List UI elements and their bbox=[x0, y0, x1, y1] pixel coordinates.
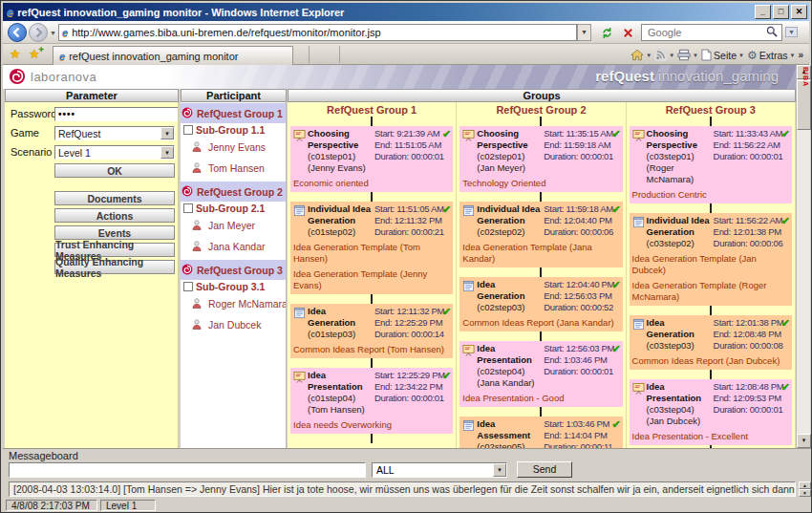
game-select[interactable]: RefQuest▼ bbox=[54, 126, 175, 140]
presentation-icon bbox=[632, 128, 645, 144]
step-code: (c02step04) bbox=[477, 366, 542, 377]
step-card[interactable]: Idea Presentation(c01step04)(Tom Hansen)… bbox=[290, 368, 453, 434]
step-owner: (Jan Dubcek) bbox=[647, 416, 712, 427]
groups-panel: RefQuest Group 1Choosing Perspective(c01… bbox=[288, 102, 796, 448]
chevron-down-icon[interactable]: ▼ bbox=[160, 146, 174, 159]
participant-group-name: RefQuest Group 3 bbox=[197, 265, 283, 276]
step-card[interactable]: Choosing Perspective(c03step01)(Roger Mc… bbox=[630, 126, 792, 203]
close-button[interactable]: ✕ bbox=[791, 5, 807, 19]
refresh-button[interactable] bbox=[597, 24, 616, 41]
step-card[interactable]: Idea Assessment(c02step05)Start: 1:03:46… bbox=[459, 417, 622, 448]
participant-member-name: Jenny Evans bbox=[208, 141, 266, 153]
tab-active[interactable]: e refQuest innovation_gaming monitor bbox=[53, 46, 293, 65]
search-options-icon[interactable]: ▼ bbox=[785, 27, 798, 37]
participant-group-header[interactable]: RefQuest Group 3 bbox=[181, 260, 286, 280]
toolbar-overflow-icon[interactable]: » bbox=[798, 50, 803, 60]
add-favorite-icon[interactable]: ★ bbox=[29, 47, 40, 61]
chevron-down-icon[interactable]: ▼ bbox=[493, 463, 506, 477]
page-menu-button[interactable]: Seite▼ bbox=[701, 49, 744, 61]
back-button[interactable] bbox=[8, 23, 27, 42]
send-button[interactable]: Send bbox=[517, 461, 572, 478]
step-code: (c01step01) bbox=[308, 151, 373, 162]
game-label: Game bbox=[11, 127, 54, 139]
step-owner: (Jana Kandar) bbox=[477, 377, 542, 389]
messageboard-section: Messageboard ALL▼ Send [2008-04-03 13:03… bbox=[3, 448, 811, 498]
scroll-down-icon[interactable]: ▼ bbox=[797, 434, 811, 448]
url-dropdown-button[interactable]: ▼ bbox=[577, 24, 591, 41]
check-icon: ✔ bbox=[781, 215, 790, 226]
home-button[interactable]: ▼ bbox=[630, 49, 652, 61]
checkbox[interactable] bbox=[183, 282, 193, 291]
ok-button[interactable]: OK bbox=[54, 163, 175, 178]
step-start: Start: 12:56:03 PM bbox=[544, 343, 614, 354]
forward-button[interactable] bbox=[29, 23, 48, 42]
step-card[interactable]: Individual Idea Generation(c02step02)Sta… bbox=[459, 202, 622, 267]
participant-member[interactable]: Tom Hansen bbox=[181, 158, 286, 179]
checkbox[interactable] bbox=[183, 125, 193, 135]
participant-member-name: Roger McNamara bbox=[208, 298, 287, 310]
step-card[interactable]: Idea Presentation(c02step04)(Jana Kandar… bbox=[459, 341, 622, 407]
participant-member[interactable]: Jan Dubcek bbox=[181, 314, 286, 335]
log-scroll-up-icon[interactable]: ▲ bbox=[799, 481, 811, 489]
search-input[interactable] bbox=[646, 26, 766, 39]
history-dropdown-icon[interactable]: ▼ bbox=[50, 30, 56, 36]
chevron-down-icon[interactable]: ▼ bbox=[160, 127, 174, 139]
step-card[interactable]: Idea Generation(c02step03)Start: 12:04:4… bbox=[459, 277, 622, 331]
recipient-select[interactable]: ALL▼ bbox=[372, 462, 507, 478]
parameter-button[interactable]: Actions bbox=[54, 208, 175, 223]
step-title-block: Idea Presentation(c03step04)(Jan Dubcek) bbox=[647, 381, 712, 427]
search-icon[interactable] bbox=[766, 24, 778, 41]
participant-member[interactable]: Jenny Evans bbox=[181, 137, 286, 158]
notes-icon bbox=[462, 418, 475, 435]
step-card[interactable]: Idea Generation(c03step03)Start: 12:01:3… bbox=[630, 315, 792, 370]
parameter-button[interactable]: Documents bbox=[54, 191, 175, 205]
check-icon: ✔ bbox=[611, 279, 620, 290]
step-title-block: Idea Generation(c03step03) bbox=[647, 317, 712, 352]
step-card[interactable]: Choosing Perspective(c01step01)(Jenny Ev… bbox=[290, 126, 453, 192]
password-field[interactable] bbox=[54, 107, 179, 121]
step-duration: Duration: 00:00:01 bbox=[714, 404, 784, 416]
participant-subgroup[interactable]: Sub-Group 1.1 bbox=[181, 123, 286, 137]
participant-member[interactable]: Roger McNamara bbox=[181, 293, 286, 314]
participant-group-header[interactable]: RefQuest Group 1 bbox=[181, 103, 286, 123]
step-duration: Duration: 00:00:52 bbox=[544, 302, 614, 313]
participant-member[interactable]: Jan Meyer bbox=[181, 215, 286, 236]
step-card[interactable]: Choosing Perspective(c02step01)(Jan Meye… bbox=[459, 126, 622, 192]
feeds-button[interactable]: ▼ bbox=[654, 49, 674, 61]
check-icon: ✔ bbox=[781, 128, 790, 139]
connector-line bbox=[710, 117, 712, 126]
log-scrollbar[interactable]: ▲ ▼ bbox=[799, 481, 811, 497]
scrollbar-thumb[interactable] bbox=[797, 80, 811, 130]
checkbox[interactable] bbox=[183, 203, 193, 213]
participant-member-name: Jana Kandar bbox=[208, 241, 266, 252]
tools-menu-button[interactable]: ⚙Extras▼ bbox=[747, 50, 795, 61]
stop-button[interactable] bbox=[618, 24, 637, 41]
vertical-scrollbar[interactable]: ▲ ▼ bbox=[796, 65, 810, 448]
message-log: [2008-04-03 13:03:14.0] [Tom Hansen => J… bbox=[9, 481, 796, 497]
connector-line bbox=[540, 267, 542, 277]
participant-group-header[interactable]: RefQuest Group 2 bbox=[181, 182, 286, 202]
step-card[interactable]: Idea Generation(c01step03)Start: 12:11:3… bbox=[290, 304, 453, 358]
participant-subgroup[interactable]: Sub-Group 2.1 bbox=[181, 202, 286, 215]
print-button[interactable]: ▼ bbox=[677, 49, 698, 61]
step-result: Idea Generation Template (Roger McNamara… bbox=[632, 280, 790, 303]
minimize-button[interactable]: _ bbox=[755, 5, 771, 19]
step-card[interactable]: Individual Idea Generation(c03step02)Sta… bbox=[630, 213, 792, 306]
log-scroll-down-icon[interactable]: ▼ bbox=[799, 489, 811, 497]
favorites-icon[interactable]: ★ bbox=[10, 47, 21, 61]
scenario-select[interactable]: Level 1▼ bbox=[54, 145, 175, 160]
parameter-button[interactable]: Quality Enhancing Measures bbox=[54, 260, 175, 274]
group-column-title: RefQuest Group 1 bbox=[288, 102, 456, 117]
notes-icon bbox=[462, 203, 475, 220]
step-title: Individual Idea Generation bbox=[477, 203, 542, 226]
presentation-icon bbox=[293, 370, 306, 386]
url-field[interactable]: e http://www.games.biba.uni-bremen.de/re… bbox=[58, 24, 577, 41]
maximize-button[interactable]: □ bbox=[773, 5, 789, 19]
step-card[interactable]: Idea Presentation(c03step04)(Jan Dubcek)… bbox=[630, 379, 792, 445]
participant-member[interactable]: Jana Kandar bbox=[181, 236, 286, 257]
message-input[interactable] bbox=[9, 462, 366, 478]
participant-subgroup[interactable]: Sub-Group 3.1 bbox=[181, 280, 286, 293]
participant-subgroup-name: Sub-Group 1.1 bbox=[196, 124, 265, 136]
step-card[interactable]: Individual Idea Generation(c01step02)Sta… bbox=[290, 202, 453, 294]
step-start: Start: 11:33:43 AM bbox=[714, 128, 783, 139]
